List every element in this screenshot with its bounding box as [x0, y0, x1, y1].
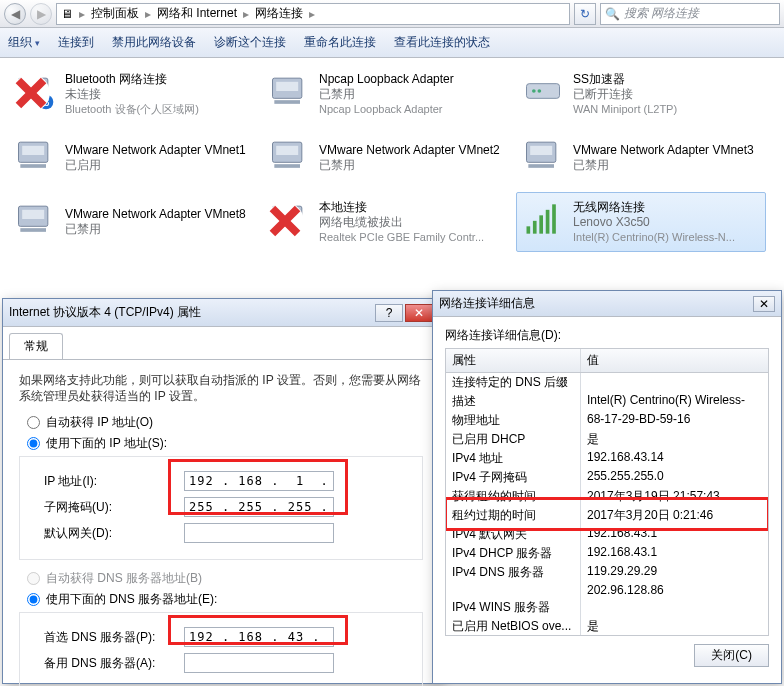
detail-val: 192.168.43.1: [581, 544, 768, 563]
radio-manual-dns-row[interactable]: 使用下面的 DNS 服务器地址(E):: [27, 591, 423, 608]
svg-rect-5: [276, 82, 298, 91]
detail-row[interactable]: 连接特定的 DNS 后缀: [446, 373, 768, 392]
address-bar[interactable]: 🖥 ▸ 控制面板 ▸ 网络和 Internet ▸ 网络连接 ▸: [56, 3, 570, 25]
connection-item[interactable]: VMware Network Adapter VMnet3已禁用: [516, 128, 766, 188]
detail-val: 是: [581, 430, 768, 449]
radio-manual-ip-row[interactable]: 使用下面的 IP 地址(S):: [27, 435, 423, 452]
cmd-disable[interactable]: 禁用此网络设备: [112, 34, 196, 51]
connection-item[interactable]: Npcap Loopback Adapter已禁用Npcap Loopback …: [262, 64, 512, 124]
connection-item[interactable]: SS加速器已断开连接WAN Miniport (L2TP): [516, 64, 766, 124]
detail-val: 68-17-29-BD-59-16: [581, 411, 768, 430]
detail-row[interactable]: IPv4 地址192.168.43.14: [446, 449, 768, 468]
breadcrumb-a[interactable]: 控制面板: [91, 5, 139, 22]
cmd-diag[interactable]: 诊断这个连接: [214, 34, 286, 51]
forward-button[interactable]: ▶: [30, 3, 52, 25]
connection-icon: [13, 197, 57, 241]
help-button[interactable]: ?: [375, 304, 403, 322]
connection-status: 已禁用: [65, 222, 246, 237]
radio-auto-ip[interactable]: [27, 416, 40, 429]
detail-table-head: 属性 值: [446, 349, 768, 373]
dns1-row: 首选 DNS 服务器(P):: [44, 627, 416, 647]
tab-general[interactable]: 常规: [9, 333, 63, 359]
breadcrumb-b[interactable]: 网络和 Internet: [157, 5, 237, 22]
detail-row[interactable]: IPv4 DHCP 服务器192.168.43.1: [446, 544, 768, 563]
dns1-input[interactable]: [184, 627, 334, 647]
detail-row[interactable]: IPv4 WINS 服务器: [446, 598, 768, 617]
radio-manual-ip[interactable]: [27, 437, 40, 450]
detail-row[interactable]: 物理地址68-17-29-BD-59-16: [446, 411, 768, 430]
svg-rect-27: [533, 221, 537, 234]
ipv4-titlebar[interactable]: Internet 协议版本 4 (TCP/IPv4) 属性 ? ✕: [3, 299, 439, 327]
radio-auto-dns-label: 自动获得 DNS 服务器地址(B): [46, 570, 202, 587]
svg-rect-14: [276, 146, 298, 155]
breadcrumb-c[interactable]: 网络连接: [255, 5, 303, 22]
detail-prop: IPv4 默认网关: [446, 525, 581, 544]
detail-val: 2017年3月19日 21:57:43: [581, 487, 768, 506]
connection-text: SS加速器已断开连接WAN Miniport (L2TP): [573, 69, 677, 119]
connection-device: Bluetooth 设备(个人区域网): [65, 102, 199, 117]
connection-name: 无线网络连接: [573, 200, 735, 215]
detail-val: 2017年3月20日 0:21:46: [581, 506, 768, 525]
detail-prop: IPv4 地址: [446, 449, 581, 468]
connection-status: 未连接: [65, 87, 199, 102]
connection-item[interactable]: BBluetooth 网络连接未连接Bluetooth 设备(个人区域网): [8, 64, 258, 124]
close-button[interactable]: ✕: [405, 304, 433, 322]
detail-row[interactable]: IPv4 DNS 服务器119.29.29.29: [446, 563, 768, 582]
cmd-rename[interactable]: 重命名此连接: [304, 34, 376, 51]
detail-val: [581, 598, 768, 617]
connection-name: Bluetooth 网络连接: [65, 72, 199, 87]
detail-row[interactable]: IPv4 子网掩码255.255.255.0: [446, 468, 768, 487]
detail-row[interactable]: 已启用 DHCP是: [446, 430, 768, 449]
detail-row[interactable]: 租约过期的时间2017年3月20日 0:21:46: [446, 506, 768, 525]
ipv4-properties-dialog: Internet 协议版本 4 (TCP/IPv4) 属性 ? ✕ 常规 如果网…: [2, 298, 440, 684]
dns2-input[interactable]: [184, 653, 334, 673]
ip-row: IP 地址(I):: [44, 471, 416, 491]
connection-item[interactable]: 无线网络连接Lenovo X3c50Intel(R) Centrino(R) W…: [516, 192, 766, 252]
connection-name: VMware Network Adapter VMnet8: [65, 207, 246, 222]
gw-input[interactable]: [184, 523, 334, 543]
detail-prop: IPv4 WINS 服务器: [446, 598, 581, 617]
detail-row[interactable]: 获得租约的时间2017年3月19日 21:57:43: [446, 487, 768, 506]
svg-rect-15: [274, 164, 300, 168]
connection-item[interactable]: 本地连接网络电缆被拔出Realtek PCIe GBE Family Contr…: [262, 192, 512, 252]
detail-close-icon[interactable]: ✕: [753, 296, 775, 312]
ip-input[interactable]: [184, 471, 334, 491]
connection-status: Lenovo X3c50: [573, 215, 735, 230]
connection-text: VMware Network Adapter VMnet8已禁用: [65, 197, 246, 247]
col-value[interactable]: 值: [581, 349, 768, 372]
detail-row[interactable]: IPv4 默认网关192.168.43.1: [446, 525, 768, 544]
connection-device: WAN Miniport (L2TP): [573, 102, 677, 117]
detail-val: [581, 373, 768, 392]
detail-row[interactable]: 已启用 NetBIOS ove...是: [446, 617, 768, 636]
connection-item[interactable]: VMware Network Adapter VMnet1已启用: [8, 128, 258, 188]
col-property[interactable]: 属性: [446, 349, 581, 372]
ipv4-body: 如果网络支持此功能，则可以获取自动指派的 IP 设置。否则，您需要从网络系统管理…: [3, 360, 439, 686]
radio-auto-ip-row[interactable]: 自动获得 IP 地址(O): [27, 414, 423, 431]
dns1-label: 首选 DNS 服务器(P):: [44, 629, 184, 646]
svg-rect-7: [527, 84, 560, 99]
back-button[interactable]: ◀: [4, 3, 26, 25]
connection-name: SS加速器: [573, 72, 677, 87]
mask-input[interactable]: [184, 497, 334, 517]
cmd-organize[interactable]: 组织: [8, 34, 40, 51]
connection-item[interactable]: VMware Network Adapter VMnet8已禁用: [8, 192, 258, 252]
cmd-connect[interactable]: 连接到: [58, 34, 94, 51]
svg-rect-29: [546, 210, 550, 234]
connection-name: 本地连接: [319, 200, 484, 215]
ipv4-tabstrip: 常规: [3, 327, 439, 360]
refresh-button[interactable]: ↻: [574, 3, 596, 25]
connection-item[interactable]: VMware Network Adapter VMnet2已禁用: [262, 128, 512, 188]
svg-rect-18: [528, 164, 554, 168]
detail-row[interactable]: 描述Intel(R) Centrino(R) Wireless-: [446, 392, 768, 411]
radio-manual-dns[interactable]: [27, 593, 40, 606]
search-box[interactable]: 🔍 搜索 网络连接: [600, 3, 780, 25]
detail-row[interactable]: 202.96.128.86: [446, 582, 768, 598]
connection-icon: [267, 133, 311, 177]
detail-prop: 描述: [446, 392, 581, 411]
detail-close-button[interactable]: 关闭(C): [694, 644, 769, 667]
detail-prop: IPv4 DNS 服务器: [446, 563, 581, 582]
connection-icon: [521, 69, 565, 113]
detail-prop: 已启用 NetBIOS ove...: [446, 617, 581, 636]
detail-titlebar[interactable]: 网络连接详细信息 ✕: [433, 291, 781, 317]
cmd-status[interactable]: 查看此连接的状态: [394, 34, 490, 51]
